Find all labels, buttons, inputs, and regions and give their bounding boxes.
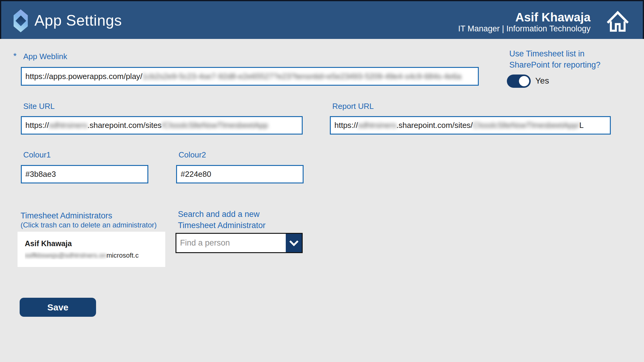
toggle-value-label: Yes bbox=[535, 76, 549, 86]
app-logo-core bbox=[15, 15, 26, 26]
header: App Settings Asif Khawaja IT Manager | I… bbox=[0, 0, 644, 39]
report-url-label: Report URL bbox=[332, 102, 374, 111]
use-timesheet-label: Use Timesheet list in SharePoint for rep… bbox=[509, 48, 624, 71]
admins-hint: (Click trash can to delete an administra… bbox=[21, 221, 157, 229]
report-url-middle: .sharepoint.com/sites/ bbox=[396, 121, 473, 130]
report-url-redacted-2: ClssslcSlteNswTlmesbeetApp/ bbox=[473, 121, 579, 130]
report-url-suffix: L bbox=[579, 121, 584, 130]
app-logo-icon bbox=[14, 9, 28, 32]
admin-email-redacted: sslfkbswsjs@sdhtrslners.on bbox=[25, 252, 107, 259]
home-icon[interactable] bbox=[605, 9, 630, 33]
colour1-label: Colour1 bbox=[23, 150, 51, 160]
site-url-redacted-2: /ClssslcSlteNswTlmesbeetApp bbox=[162, 121, 268, 130]
colour2-value: #224e80 bbox=[181, 170, 211, 179]
colour1-input[interactable]: #3b8ae3 bbox=[21, 165, 148, 183]
report-url-redacted-1: sdhtrsiners bbox=[358, 121, 396, 130]
app-weblink-redacted: 1cb2s2e9-5c23-4se7-92d8-e2e65527?e23?ten… bbox=[142, 72, 461, 81]
app-settings-screen: App Settings Asif Khawaja IT Manager | I… bbox=[0, 0, 644, 362]
colour2-input[interactable]: #224e80 bbox=[176, 165, 304, 183]
admin-name: Asif Khawaja bbox=[25, 239, 72, 248]
required-asterisk: * bbox=[13, 51, 17, 61]
app-weblink-value: https://apps.powerapps.com/play/ bbox=[25, 72, 142, 81]
page-title: App Settings bbox=[34, 12, 122, 29]
admin-email: sslfkbswsjs@sdhtrslners.onmicrosoft.c bbox=[25, 252, 164, 259]
report-url-input[interactable]: https://sdhtrsiners.sharepoint.com/sites… bbox=[330, 116, 611, 135]
site-url-input[interactable]: https://sdhtrsiners.sharepoint.com/sites… bbox=[21, 116, 303, 135]
save-button[interactable]: Save bbox=[20, 298, 96, 317]
user-info: Asif Khawaja IT Manager | Information Te… bbox=[458, 10, 591, 33]
site-url-label: Site URL bbox=[23, 102, 55, 111]
colour1-value: #3b8ae3 bbox=[25, 170, 56, 179]
site-url-redacted-1: sdhtrsiners bbox=[49, 121, 87, 130]
site-url-prefix: https:// bbox=[25, 121, 49, 130]
user-role: IT Manager | Information Technology bbox=[458, 24, 591, 33]
use-timesheet-toggle[interactable] bbox=[507, 75, 531, 88]
app-weblink-input[interactable]: https://apps.powerapps.com/play/1cb2s2e9… bbox=[21, 67, 479, 86]
colour2-label: Colour2 bbox=[179, 150, 206, 160]
app-weblink-label: App Weblink bbox=[23, 52, 67, 61]
find-person-placeholder: Find a person bbox=[176, 234, 286, 252]
toggle-knob bbox=[519, 76, 529, 86]
chevron-down-icon bbox=[289, 240, 299, 246]
find-person-combobox[interactable]: Find a person bbox=[175, 233, 303, 253]
admin-email-visible: microsoft.c bbox=[107, 252, 139, 259]
admins-label: Timesheet Administrators bbox=[21, 211, 112, 221]
report-url-prefix: https:// bbox=[334, 121, 358, 130]
admins-list: Asif Khawaja sslfkbswsjs@sdhtrslners.onm… bbox=[18, 232, 165, 267]
search-admin-label: Search and add a new Timesheet Administr… bbox=[178, 209, 281, 231]
combobox-dropdown-button[interactable] bbox=[286, 234, 302, 252]
site-url-middle: .sharepoint.com/sites bbox=[87, 121, 162, 130]
user-name: Asif Khawaja bbox=[458, 10, 591, 24]
